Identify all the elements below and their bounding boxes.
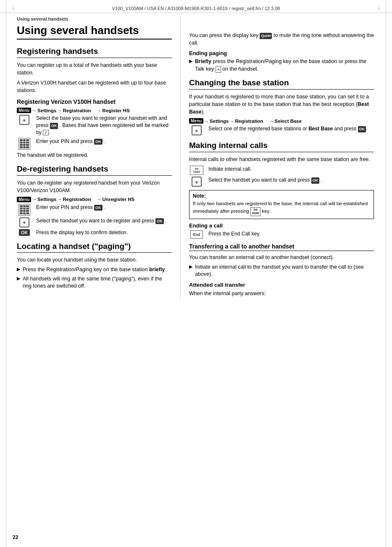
- dereg-title: De-registering handsets: [17, 164, 172, 176]
- registering-handsets-title: Registering handsets: [17, 46, 172, 58]
- ok-badge-dereg1: OK: [94, 205, 103, 211]
- internal-step2-row: ◈ Select the handset you want to call an…: [189, 177, 374, 187]
- top-bar-left-pipe: |: [13, 6, 14, 11]
- note-box: Note: If only two handsets are registere…: [189, 190, 374, 219]
- dereg-step2-row: ◈ Select the handset you want to de-regi…: [17, 217, 172, 227]
- checkmark: ✓: [43, 130, 49, 135]
- ok-badge-reg1: OK: [50, 123, 58, 129]
- right-column: You can press the display key Quiet to m…: [181, 16, 382, 300]
- top-bar-right-pipe: |: [378, 6, 379, 11]
- transferring-intro: You can transfer an external call to ano…: [189, 254, 374, 261]
- talk-key-icon: ⌁: [216, 66, 221, 73]
- ending-paging-title: Ending paging: [189, 50, 374, 56]
- internal-nav-icon-cell: ◈: [189, 177, 204, 187]
- internal-calls-intro: Internal calls to other handsets registe…: [189, 156, 374, 163]
- internal-calls-title: Making internal calls: [189, 140, 374, 152]
- internal-nav-icon: ◈: [192, 177, 202, 187]
- bullet-arrow-paging: ▶: [189, 58, 192, 64]
- locating-bullet2-text: All handsets will ring at the same time …: [23, 275, 172, 290]
- ok-badge-changing: OK: [358, 126, 366, 132]
- note-title: Note:: [193, 193, 370, 199]
- reg-step2-row: Enter your PIN and press OK .: [17, 138, 172, 150]
- locating-bullet2: ▶ All handsets will ring at the same tim…: [17, 275, 172, 290]
- ok-badge-dereg2: OK: [155, 218, 164, 225]
- transferring-bullet: ▶ Initiate an internal call to the hands…: [189, 264, 374, 278]
- section-label: Using several handsets: [17, 16, 172, 21]
- dereg-ok-icon-cell: OK: [17, 229, 32, 236]
- page-number: 22: [13, 534, 18, 540]
- dereg-keypad-icon: [18, 204, 30, 216]
- locating-bullet1-text: Press the Registration/Paging key on the…: [23, 266, 172, 274]
- ending-call-title: Ending a call: [189, 222, 374, 229]
- dereg-step2-text: Select the handset you want to de-regist…: [36, 217, 172, 225]
- ending-call-text: Press the End Call key.: [208, 230, 374, 238]
- internal-step2-text: Select the handset you want to call and …: [208, 177, 374, 184]
- bullet-arrow-transfer: ▶: [189, 264, 192, 270]
- dereg-step3-row: OK Press the display key to confirm dele…: [17, 229, 172, 236]
- int-hold-icon-cell: Int Hold: [189, 166, 204, 175]
- internal-step1-row: Int Hold Initiate internal call.: [189, 166, 374, 175]
- changing-menu-path: Menu → Settings → Registration → Select …: [189, 118, 374, 124]
- keypad-icon: [18, 138, 30, 150]
- transferring-title: Transferring a call to another handset: [189, 243, 374, 251]
- changing-base-intro-text: If your handset is registered to more th…: [189, 93, 374, 116]
- dereg-intro: You can de-register any registered hands…: [17, 179, 172, 194]
- changing-nav-icon-cell: ◈: [189, 125, 204, 135]
- end-call-icon: End: [190, 230, 203, 239]
- attended-title: Attended call transfer: [189, 282, 374, 288]
- bullet-arrow-1: ▶: [17, 267, 20, 272]
- doc-path: V100_V100AM / USA EN / A31008-M1908-R301…: [112, 6, 280, 11]
- reg-step1-row: ◈ Select the base you want to register y…: [17, 115, 172, 136]
- attended-text: When the internal party answers:: [189, 290, 374, 297]
- reg-menu-path: Menu → Settings → Registration → Registe…: [17, 108, 172, 113]
- nav-icon: ◈: [19, 115, 29, 125]
- reg-v100h-title: Registering Verizon V100H handset: [17, 98, 172, 105]
- nav-icon-cell: ◈: [17, 115, 32, 125]
- menu-key: Menu: [17, 108, 31, 113]
- note-text: If only two handsets are registered to t…: [193, 200, 370, 216]
- locating-intro: You can locate your handset using the ba…: [17, 256, 172, 264]
- main-title: Using several handsets: [17, 24, 172, 40]
- ok-badge-internal: OK: [311, 177, 320, 184]
- note-int-hold-icon: IntHold: [250, 207, 260, 216]
- registering-intro2: A Verizon V100H handset can be registere…: [17, 79, 172, 94]
- changing-step1-text: Select one of the registered base statio…: [208, 125, 374, 132]
- registering-intro1: You can register up to a total of five h…: [17, 61, 172, 77]
- changing-menu-key: Menu: [189, 118, 203, 124]
- ending-call-row: End Press the End Call key.: [189, 230, 374, 239]
- locating-bullet1: ▶ Press the Registration/Paging key on t…: [17, 266, 172, 274]
- reg-result: The handset will be registered.: [17, 151, 172, 159]
- changing-base-title: Changing the base station: [189, 78, 374, 90]
- locating-title: Locating a handset ("paging"): [17, 241, 172, 253]
- reg-step1-text: Select the base you want to register you…: [36, 115, 172, 136]
- ok-badge-dereg3: OK: [19, 229, 30, 236]
- dereg-step1-row: Enter your PIN and press OK .: [17, 204, 172, 216]
- ok-badge-reg2: OK: [94, 139, 103, 145]
- dereg-step3-text: Press the display key to confirm deletio…: [36, 229, 172, 236]
- ending-paging-text: Briefly press the Registration/Paging ke…: [195, 58, 374, 73]
- reg-step2-text: Enter your PIN and press OK .: [36, 138, 172, 145]
- ending-paging-bullet: ▶ Briefly press the Registration/Paging …: [189, 58, 374, 73]
- end-icon-cell: End: [189, 230, 204, 239]
- top-bar: | V100_V100AM / USA EN / A31008-M1908-R3…: [0, 4, 392, 13]
- transferring-bullet-text: Initiate an internal call to the handset…: [195, 264, 374, 278]
- keypad-icon-cell: [17, 138, 32, 150]
- changing-nav-icon: ◈: [192, 125, 202, 135]
- dereg-menu-path: Menu → Settings → Registration → Unregis…: [17, 197, 172, 202]
- quiet-badge: Quiet: [260, 33, 272, 39]
- dereg-menu-key: Menu: [17, 197, 31, 202]
- int-hold-icon: Int Hold: [190, 166, 203, 175]
- quiet-intro-text: You can press the display key Quiet to m…: [189, 32, 374, 47]
- dereg-keypad-icon-cell: [17, 204, 32, 216]
- left-column: Using several handsets Using several han…: [4, 16, 181, 300]
- internal-step1-text: Initiate internal call.: [208, 166, 374, 173]
- dereg-nav-icon: ◈: [19, 217, 29, 227]
- bullet-arrow-2: ▶: [17, 276, 20, 281]
- changing-step1-row: ◈ Select one of the registered base stat…: [189, 125, 374, 135]
- dereg-nav-icon-cell: ◈: [17, 217, 32, 227]
- dereg-step1-text: Enter your PIN and press OK .: [36, 204, 172, 211]
